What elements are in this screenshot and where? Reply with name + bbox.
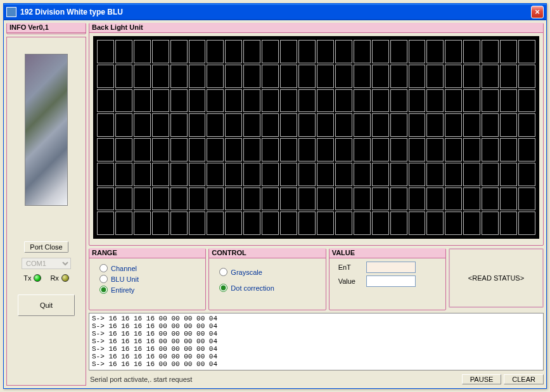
blu-cell[interactable] (262, 163, 279, 186)
blu-cell[interactable] (372, 138, 389, 161)
blu-cell[interactable] (518, 113, 535, 137)
blu-cell[interactable] (134, 89, 151, 113)
range-channel-radio[interactable]: Channel (99, 264, 195, 272)
blu-cell[interactable] (97, 212, 114, 235)
blu-cell[interactable] (500, 40, 517, 63)
blu-cell[interactable] (354, 187, 371, 211)
blu-cell[interactable] (317, 212, 334, 235)
blu-cell[interactable] (298, 40, 316, 63)
blu-cell[interactable] (152, 163, 169, 186)
blu-cell[interactable] (115, 212, 132, 235)
blu-cell[interactable] (445, 113, 462, 137)
blu-cell[interactable] (354, 65, 371, 88)
blu-cell[interactable] (134, 212, 151, 235)
blu-cell[interactable] (445, 187, 462, 211)
blu-cell[interactable] (298, 163, 316, 186)
blu-cell[interactable] (426, 163, 444, 186)
blu-cell[interactable] (426, 89, 444, 113)
close-button[interactable]: × (531, 6, 544, 18)
blu-cell[interactable] (482, 40, 499, 63)
blu-cell[interactable] (463, 163, 480, 186)
blu-cell[interactable] (354, 212, 371, 235)
blu-cell[interactable] (115, 89, 132, 113)
blu-cell[interactable] (115, 113, 132, 137)
blu-cell[interactable] (207, 65, 224, 88)
blu-cell[interactable] (243, 40, 260, 63)
blu-cell[interactable] (134, 187, 151, 211)
quit-button[interactable]: Quit (18, 294, 75, 316)
blu-cell[interactable] (262, 212, 279, 235)
blu-cell[interactable] (390, 187, 407, 211)
blu-cell[interactable] (298, 138, 316, 161)
blu-cell[interactable] (225, 187, 242, 211)
blu-cell[interactable] (354, 89, 371, 113)
blu-cell[interactable] (189, 40, 206, 63)
blu-cell[interactable] (335, 163, 352, 186)
blu-cell[interactable] (426, 65, 444, 88)
blu-cell[interactable] (463, 138, 480, 161)
blu-cell[interactable] (335, 212, 352, 235)
blu-cell[interactable] (445, 89, 462, 113)
blu-cell[interactable] (115, 138, 132, 161)
blu-cell[interactable] (463, 187, 480, 211)
blu-cell[interactable] (134, 138, 151, 161)
blu-cell[interactable] (500, 89, 517, 113)
blu-cell[interactable] (97, 187, 114, 211)
pause-button[interactable]: PAUSE (462, 374, 501, 384)
blu-cell[interactable] (500, 65, 517, 88)
blu-cell[interactable] (262, 89, 279, 113)
blu-cell[interactable] (97, 113, 114, 137)
blu-cell[interactable] (207, 163, 224, 186)
blu-cell[interactable] (426, 187, 444, 211)
blu-cell[interactable] (207, 138, 224, 161)
blu-cell[interactable] (189, 89, 206, 113)
blu-cell[interactable] (317, 65, 334, 88)
blu-cell[interactable] (409, 113, 426, 137)
blu-cell[interactable] (390, 163, 407, 186)
blu-cell[interactable] (445, 138, 462, 161)
blu-cell[interactable] (170, 89, 188, 113)
blu-cell[interactable] (97, 40, 114, 63)
blu-cell[interactable] (409, 212, 426, 235)
blu-cell[interactable] (170, 113, 188, 137)
blu-cell[interactable] (372, 187, 389, 211)
blu-cell[interactable] (463, 65, 480, 88)
blu-cell[interactable] (152, 187, 169, 211)
control-dot-radio[interactable]: Dot correction (219, 284, 315, 292)
blu-cell[interactable] (225, 40, 242, 63)
blu-cell[interactable] (518, 65, 535, 88)
blu-cell[interactable] (317, 89, 334, 113)
blu-cell[interactable] (317, 40, 334, 63)
blu-cell[interactable] (390, 138, 407, 161)
blu-cell[interactable] (426, 138, 444, 161)
blu-cell[interactable] (445, 65, 462, 88)
blu-cell[interactable] (482, 113, 499, 137)
blu-cell[interactable] (354, 113, 371, 137)
blu-cell[interactable] (152, 89, 169, 113)
range-entirety-radio[interactable]: Entirety (99, 286, 195, 294)
blu-cell[interactable] (152, 113, 169, 137)
clear-button[interactable]: CLEAR (504, 374, 544, 384)
blu-cell[interactable] (134, 65, 151, 88)
blu-cell[interactable] (372, 163, 389, 186)
blu-cell[interactable] (317, 163, 334, 186)
blu-cell[interactable] (298, 212, 316, 235)
blu-cell[interactable] (500, 187, 517, 211)
blu-cell[interactable] (97, 65, 114, 88)
blu-cell[interactable] (280, 163, 297, 186)
blu-cell[interactable] (170, 212, 188, 235)
blu-cell[interactable] (426, 212, 444, 235)
blu-cell[interactable] (335, 187, 352, 211)
blu-cell[interactable] (280, 65, 297, 88)
blu-cell[interactable] (225, 138, 242, 161)
blu-cell[interactable] (262, 138, 279, 161)
blu-cell[interactable] (207, 113, 224, 137)
blu-cell[interactable] (298, 65, 316, 88)
blu-cell[interactable] (207, 89, 224, 113)
blu-cell[interactable] (409, 187, 426, 211)
blu-cell[interactable] (426, 113, 444, 137)
blu-cell[interactable] (482, 163, 499, 186)
blu-cell[interactable] (298, 187, 316, 211)
blu-cell[interactable] (243, 89, 260, 113)
blu-cell[interactable] (482, 65, 499, 88)
